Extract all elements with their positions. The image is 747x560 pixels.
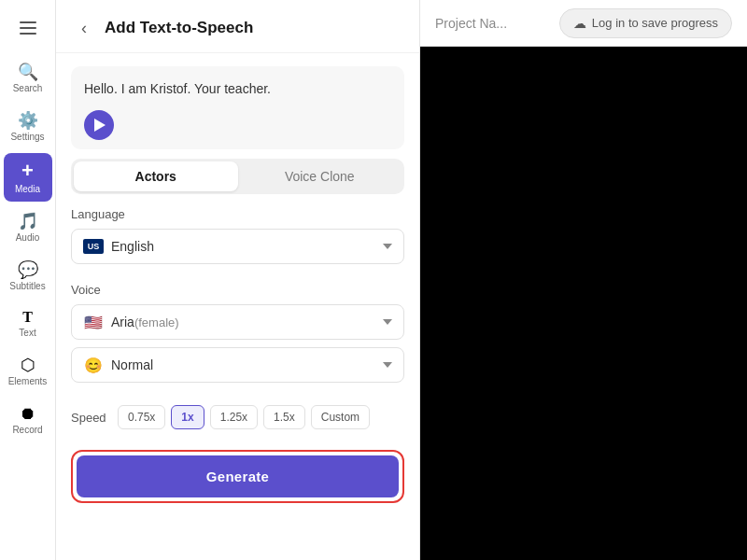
speed-row: Speed 0.75x 1x 1.25x 1.5x Custom bbox=[71, 405, 404, 429]
panel-title: Add Text-to-Speech bbox=[105, 19, 253, 37]
tab-voice-clone[interactable]: Voice Clone bbox=[238, 161, 402, 191]
sidebar-label-audio: Audio bbox=[16, 232, 40, 243]
sidebar-item-media[interactable]: + Media bbox=[4, 153, 52, 202]
voice-section: Voice 🇺🇸 Aria(female) 😊 Normal bbox=[56, 283, 419, 401]
speed-1.25x[interactable]: 1.25x bbox=[210, 405, 258, 429]
us-flag-icon: US bbox=[83, 239, 104, 254]
sidebar-label-subtitles: Subtitles bbox=[9, 281, 45, 291]
language-chevron-icon bbox=[383, 244, 392, 249]
sidebar-item-text[interactable]: T Text bbox=[4, 302, 52, 345]
generate-button[interactable]: Generate bbox=[77, 455, 399, 497]
cloud-icon: ☁ bbox=[573, 16, 586, 31]
back-icon: ‹ bbox=[81, 19, 87, 38]
generate-wrapper: Generate bbox=[71, 450, 404, 503]
voice-tabs: Actors Voice Clone bbox=[71, 159, 404, 194]
voice-actor-name: Aria(female) bbox=[111, 315, 179, 329]
speed-0.75x[interactable]: 0.75x bbox=[118, 405, 165, 429]
tab-actors[interactable]: Actors bbox=[74, 161, 238, 191]
language-value: English bbox=[111, 239, 154, 254]
topbar: Project Na... ☁ Log in to save progress bbox=[420, 0, 747, 47]
back-button[interactable]: ‹ bbox=[71, 15, 97, 41]
text-card: Hello. I am Kristof. Your teacher. bbox=[71, 66, 404, 149]
language-label: Language bbox=[71, 207, 404, 221]
voice-style-chevron-icon bbox=[383, 362, 392, 368]
audio-icon: 🎵 bbox=[18, 213, 38, 230]
language-dropdown[interactable]: US English bbox=[71, 229, 404, 264]
hamburger-button[interactable] bbox=[4, 11, 52, 45]
sidebar-label-search: Search bbox=[13, 83, 43, 93]
generate-section: Generate bbox=[56, 442, 419, 518]
sidebar-label-settings: Settings bbox=[10, 132, 44, 142]
login-label: Log in to save progress bbox=[592, 16, 718, 30]
tts-panel: ‹ Add Text-to-Speech Hello. I am Kristof… bbox=[56, 0, 420, 560]
language-dropdown-left: US English bbox=[83, 239, 154, 254]
project-name: Project Na... bbox=[435, 16, 507, 31]
speed-buttons: 0.75x 1x 1.25x 1.5x Custom bbox=[118, 405, 370, 429]
voice-actor-left: 🇺🇸 Aria(female) bbox=[83, 315, 179, 329]
sidebar-nav: 🔍 Search ⚙️ Settings + Media 🎵 Audio 💬 S… bbox=[0, 0, 56, 560]
play-button[interactable] bbox=[84, 110, 114, 140]
voice-actor-chevron-icon bbox=[383, 319, 392, 325]
speed-label: Speed bbox=[71, 411, 110, 425]
sidebar-label-media: Media bbox=[15, 184, 40, 194]
text-icon: T bbox=[22, 310, 33, 325]
sidebar-item-settings[interactable]: ⚙️ Settings bbox=[4, 105, 52, 149]
sidebar-item-record[interactable]: ⏺ Record bbox=[4, 398, 52, 442]
voice-style-dropdown[interactable]: 😊 Normal bbox=[71, 347, 404, 383]
voice-type: (female) bbox=[134, 315, 179, 329]
canvas-area bbox=[420, 47, 747, 560]
main-area: Project Na... ☁ Log in to save progress bbox=[420, 0, 747, 560]
language-section: Language US English bbox=[56, 207, 419, 283]
sidebar-item-audio[interactable]: 🎵 Audio bbox=[4, 205, 52, 250]
speed-1x[interactable]: 1x bbox=[171, 405, 204, 429]
voice-label: Voice bbox=[71, 283, 404, 297]
elements-icon: ⬡ bbox=[21, 357, 35, 373]
search-icon: 🔍 bbox=[18, 63, 38, 80]
login-button[interactable]: ☁ Log in to save progress bbox=[559, 8, 732, 38]
play-icon bbox=[94, 119, 106, 132]
speed-custom[interactable]: Custom bbox=[311, 405, 370, 429]
voice-style-value: Normal bbox=[111, 357, 153, 372]
sidebar-item-elements[interactable]: ⬡ Elements bbox=[4, 349, 52, 394]
voice-actor-dropdown[interactable]: 🇺🇸 Aria(female) bbox=[71, 304, 404, 340]
tts-text: Hello. I am Kristof. Your teacher. bbox=[84, 79, 391, 99]
sidebar-label-text: Text bbox=[19, 328, 35, 338]
voice-flag-icon: 🇺🇸 bbox=[83, 315, 104, 329]
panel-header: ‹ Add Text-to-Speech bbox=[56, 0, 419, 53]
settings-icon: ⚙️ bbox=[18, 112, 38, 129]
hamburger-icon bbox=[20, 21, 36, 35]
speed-section: Speed 0.75x 1x 1.25x 1.5x Custom bbox=[56, 401, 419, 442]
sidebar-label-record: Record bbox=[12, 425, 42, 435]
speed-1.5x[interactable]: 1.5x bbox=[263, 405, 305, 429]
sidebar-label-elements: Elements bbox=[8, 376, 48, 386]
sidebar-item-search[interactable]: 🔍 Search bbox=[4, 56, 52, 101]
record-icon: ⏺ bbox=[20, 405, 36, 422]
voice-style-left: 😊 Normal bbox=[83, 357, 153, 372]
subtitles-icon: 💬 bbox=[18, 261, 38, 278]
voice-style-icon: 😊 bbox=[83, 357, 104, 372]
sidebar-item-subtitles[interactable]: 💬 Subtitles bbox=[4, 254, 52, 299]
media-icon: + bbox=[21, 161, 34, 181]
